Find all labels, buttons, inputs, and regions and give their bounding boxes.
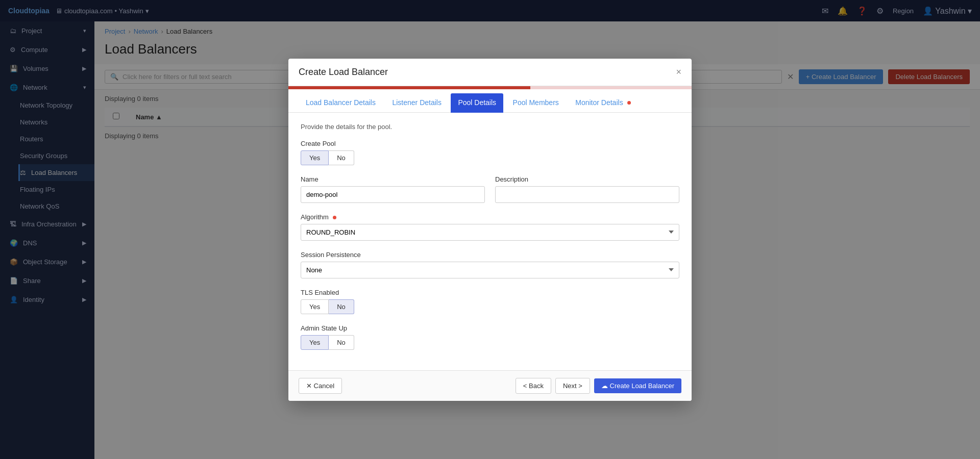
modal-header: Create Load Balancer ×: [288, 59, 692, 86]
wizard-step-monitor-details[interactable]: Monitor Details: [568, 93, 638, 113]
create-pool-group: Create Pool Yes No: [301, 140, 679, 165]
name-description-row: Name Description: [301, 175, 679, 213]
tls-no-button[interactable]: No: [329, 299, 354, 314]
wizard-step-pool-details[interactable]: Pool Details: [451, 93, 503, 113]
session-persistence-group: Session Persistence None SOURCE_IP HTTP_…: [301, 251, 679, 278]
algorithm-label: Algorithm: [301, 213, 679, 221]
wizard-step-listener-details[interactable]: Listener Details: [385, 93, 449, 113]
create-pool-label: Create Pool: [301, 140, 679, 147]
admin-yes-button[interactable]: Yes: [301, 335, 329, 350]
admin-state-group: Admin State Up Yes No: [301, 324, 679, 350]
cancel-button[interactable]: ✕ Cancel: [299, 378, 342, 394]
description-input[interactable]: [495, 186, 679, 203]
create-pool-toggle: Yes No: [301, 150, 679, 165]
tls-enabled-label: TLS Enabled: [301, 289, 679, 296]
back-button[interactable]: < Back: [516, 378, 551, 394]
admin-state-toggle-group: Yes No: [301, 335, 679, 350]
admin-no-button[interactable]: No: [329, 335, 354, 350]
modal-footer-right: < Back Next > ☁ Create Load Balancer: [516, 378, 681, 394]
tls-enabled-group: TLS Enabled Yes No: [301, 289, 679, 314]
modal-body: Provide the details for the pool. Create…: [288, 113, 692, 370]
name-input[interactable]: [301, 186, 485, 203]
session-persistence-select[interactable]: None SOURCE_IP HTTP_COOKIE APP_COOKIE: [301, 262, 679, 278]
admin-state-label: Admin State Up: [301, 324, 679, 332]
monitor-required-indicator: [627, 101, 631, 105]
create-pool-no-button[interactable]: No: [329, 150, 354, 165]
modal-footer: ✕ Cancel < Back Next > ☁ Create Load Bal…: [288, 370, 692, 401]
name-group: Name: [301, 175, 485, 203]
description-label: Description: [495, 175, 679, 183]
pool-description: Provide the details for the pool.: [301, 123, 679, 131]
next-button[interactable]: Next >: [555, 378, 590, 394]
name-label: Name: [301, 175, 485, 183]
create-pool-yes-button[interactable]: Yes: [301, 150, 329, 165]
tls-yes-button[interactable]: Yes: [301, 299, 329, 314]
wizard-step-pool-members[interactable]: Pool Members: [506, 93, 566, 113]
tls-toggle-group: Yes No: [301, 299, 679, 314]
description-group: Description: [495, 175, 679, 203]
create-load-balancer-submit-button[interactable]: ☁ Create Load Balancer: [594, 378, 681, 393]
modal-close-button[interactable]: ×: [676, 67, 681, 78]
create-load-balancer-modal: Create Load Balancer × Load Balancer Det…: [288, 59, 692, 401]
modal-title: Create Load Balancer: [299, 67, 388, 78]
algorithm-select[interactable]: ROUND_ROBIN LEAST_CONNECTIONS SOURCE_IP: [301, 224, 679, 241]
modal-overlay[interactable]: Create Load Balancer × Load Balancer Det…: [0, 0, 980, 459]
algorithm-required-dot: [333, 216, 336, 219]
algorithm-group: Algorithm ROUND_ROBIN LEAST_CONNECTIONS …: [301, 213, 679, 241]
session-persistence-label: Session Persistence: [301, 251, 679, 259]
wizard-nav: Load Balancer Details Listener Details P…: [288, 89, 692, 113]
wizard-step-lb-details[interactable]: Load Balancer Details: [299, 93, 383, 113]
